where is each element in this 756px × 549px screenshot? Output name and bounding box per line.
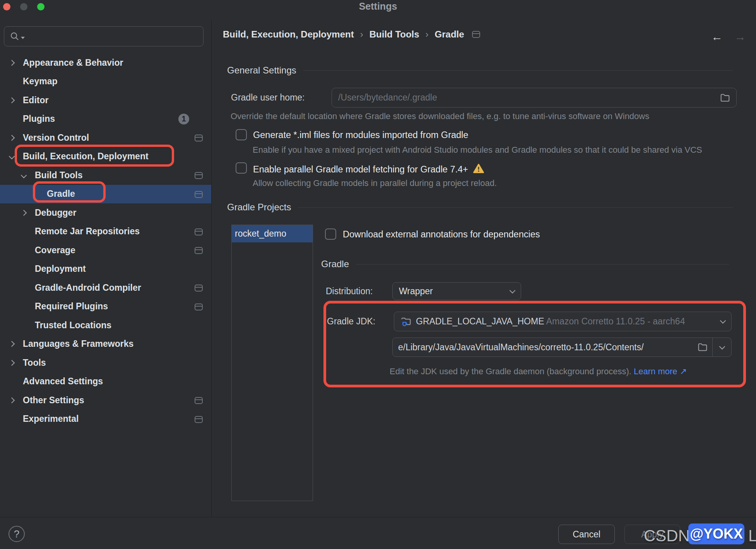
sidebar-item-label: Deployment xyxy=(35,264,86,274)
chevron-right-icon[interactable] xyxy=(21,210,27,216)
jdk-detail: Amazon Corretto 11.0.25 - aarch64 xyxy=(544,316,685,326)
sidebar-item-label: Gradle-Android Compiler xyxy=(35,283,141,293)
settings-sync-window-icon xyxy=(472,31,480,38)
sidebar-item-deployment[interactable]: Deployment xyxy=(0,260,211,279)
chevron-down-icon xyxy=(720,318,726,324)
gradle-jdk-dropdown[interactable]: GRADLE_LOCAL_JAVA_HOME Amazon Corretto 1… xyxy=(394,312,732,331)
chevron-down-icon xyxy=(510,287,516,293)
sidebar-item-label: Tools xyxy=(23,358,46,368)
plugins-count-badge: 1 xyxy=(178,114,189,124)
sidebar-item-label: Gradle xyxy=(47,189,75,199)
sidebar-item-coverage[interactable]: Coverage xyxy=(0,241,211,260)
sidebar-item-label: Advanced Settings xyxy=(23,376,103,387)
sidebar-item-label: Build Tools xyxy=(35,170,83,181)
list-item-rocket-demo[interactable]: rocket_demo xyxy=(232,225,313,242)
distribution-value: Wrapper xyxy=(399,286,433,297)
gradle-user-home-help: Override the default location where Grad… xyxy=(231,111,649,121)
chevron-down-icon xyxy=(719,343,725,350)
jdk-path-dropdown-button[interactable] xyxy=(712,338,731,356)
breadcrumb-build-tools[interactable]: Build Tools xyxy=(369,29,419,40)
general-settings-header: General Settings xyxy=(227,65,296,76)
chevron-down-icon[interactable] xyxy=(21,172,27,178)
sidebar-item-label: Editor xyxy=(23,95,48,106)
download-annotations-label: Download external annotations for depend… xyxy=(343,229,540,240)
sidebar-divider xyxy=(211,20,212,517)
breadcrumb-separator: › xyxy=(360,29,363,40)
help-button[interactable]: ? xyxy=(9,526,25,542)
learn-more-link[interactable]: Learn more ↗ xyxy=(634,367,687,376)
section-divider xyxy=(356,264,729,264)
footer-divider xyxy=(0,517,756,517)
sidebar-item-trusted-locations[interactable]: Trusted Locations xyxy=(0,316,211,335)
settings-dialog: Settings Appearance & Behavior Keymap Ed… xyxy=(0,0,756,549)
chevron-right-icon[interactable] xyxy=(9,97,15,103)
sidebar-item-languages-frameworks[interactable]: Languages & Frameworks xyxy=(0,335,211,354)
sidebar-item-build-execution-deployment[interactable]: Build, Execution, Deployment xyxy=(0,147,211,166)
gradle-user-home-input[interactable] xyxy=(338,92,720,103)
sidebar-item-editor[interactable]: Editor xyxy=(0,91,211,110)
download-annotations-checkbox[interactable] xyxy=(325,228,336,240)
java-home-folder-cup-icon xyxy=(400,316,412,327)
breadcrumb-separator: › xyxy=(426,29,429,40)
folder-icon[interactable] xyxy=(698,343,708,352)
generate-iml-checkbox[interactable] xyxy=(236,129,247,140)
forward-arrow-icon[interactable]: → xyxy=(734,30,746,43)
chevron-right-icon[interactable] xyxy=(9,135,15,141)
sidebar-item-plugins[interactable]: Plugins 1 xyxy=(0,110,211,129)
watermark-suffix-text: L xyxy=(748,527,756,545)
gradle-user-home-field[interactable] xyxy=(332,88,737,107)
breadcrumb-gradle[interactable]: Gradle xyxy=(435,29,464,40)
gradle-jdk-label: Gradle JDK: xyxy=(327,316,375,327)
distribution-dropdown[interactable]: Wrapper xyxy=(392,282,521,300)
gradle-projects-list[interactable]: rocket_demo xyxy=(231,225,313,501)
search-field[interactable] xyxy=(25,31,187,41)
settings-tree: Appearance & Behavior Keymap Editor Plug… xyxy=(0,53,211,428)
chevron-right-icon[interactable] xyxy=(9,341,15,347)
chevron-right-icon[interactable] xyxy=(9,397,15,403)
watermark-user-badge: @YOKX xyxy=(688,523,744,544)
sidebar-item-label: Coverage xyxy=(35,245,75,256)
sidebar-item-gradle[interactable]: Gradle xyxy=(0,185,211,204)
jdk-path-field[interactable]: e/Library/Java/JavaVirtualMachines/corre… xyxy=(392,338,732,357)
sidebar-item-label: Experimental xyxy=(23,414,79,424)
settings-search-input[interactable] xyxy=(4,26,204,46)
gradle-projects-header: Gradle Projects xyxy=(227,202,291,213)
section-divider xyxy=(298,207,733,208)
jdk-help-text: Edit the JDK used by the Gradle daemon (… xyxy=(390,367,687,377)
sidebar-item-label: Build, Execution, Deployment xyxy=(23,151,149,162)
generate-iml-help: Enable if you have a mixed project with … xyxy=(253,145,702,155)
sidebar-item-other-settings[interactable]: Other Settings xyxy=(0,391,211,410)
sidebar-item-required-plugins[interactable]: Required Plugins xyxy=(0,297,211,316)
window-title: Settings xyxy=(0,1,756,12)
chevron-right-icon[interactable] xyxy=(9,60,15,66)
sidebar-item-gradle-android-compiler[interactable]: Gradle-Android Compiler xyxy=(0,278,211,297)
settings-sync-window-icon xyxy=(195,303,203,310)
breadcrumb-build-execution-deployment[interactable]: Build, Execution, Deployment xyxy=(223,29,354,40)
sidebar-item-appearance-behavior[interactable]: Appearance & Behavior xyxy=(0,53,211,72)
breadcrumb: Build, Execution, Deployment › Build Too… xyxy=(223,29,480,40)
chevron-down-icon[interactable] xyxy=(9,153,15,160)
parallel-fetching-checkbox[interactable] xyxy=(236,162,247,174)
sidebar-item-advanced-settings[interactable]: Advanced Settings xyxy=(0,372,211,391)
warning-triangle-icon xyxy=(473,163,484,176)
sidebar-item-label: Appearance & Behavior xyxy=(23,58,123,68)
sidebar-item-remote-jar-repositories[interactable]: Remote Jar Repositories xyxy=(0,222,211,241)
jdk-path-value: e/Library/Java/JavaVirtualMachines/corre… xyxy=(398,342,694,353)
folder-icon[interactable] xyxy=(720,93,730,102)
sidebar-item-tools[interactable]: Tools xyxy=(0,353,211,372)
section-divider xyxy=(303,70,733,71)
sidebar-item-keymap[interactable]: Keymap xyxy=(0,72,211,91)
search-icon[interactable] xyxy=(10,31,25,41)
sidebar-item-debugger[interactable]: Debugger xyxy=(0,203,211,222)
sidebar-item-label: Required Plugins xyxy=(35,301,108,312)
back-arrow-icon[interactable]: ← xyxy=(711,30,723,43)
cancel-button[interactable]: Cancel xyxy=(558,525,615,544)
sidebar-item-version-control[interactable]: Version Control xyxy=(0,128,211,147)
sidebar-item-build-tools[interactable]: Build Tools xyxy=(0,166,211,185)
generate-iml-label: Generate *.iml files for modules importe… xyxy=(253,130,468,140)
settings-sync-window-icon xyxy=(195,172,203,179)
sidebar-item-experimental[interactable]: Experimental xyxy=(0,410,211,429)
chevron-right-icon[interactable] xyxy=(9,360,15,366)
settings-sync-window-icon xyxy=(195,191,203,198)
search-options-chevron-icon[interactable] xyxy=(21,37,25,39)
